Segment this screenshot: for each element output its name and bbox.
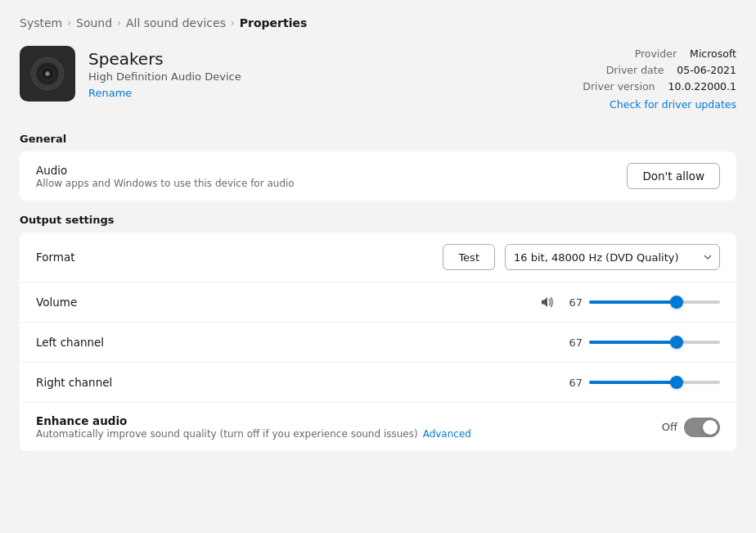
format-select[interactable]: 16 bit, 48000 Hz (DVD Quality) 16 bit, 4… <box>505 244 720 270</box>
left-channel-row-label: Left channel <box>36 336 565 349</box>
breadcrumb-properties: Properties <box>240 16 308 29</box>
rename-link[interactable]: Rename <box>88 87 132 99</box>
enhance-audio-sub-text: Automatically improve sound quality (tur… <box>36 428 418 440</box>
breadcrumb-system[interactable]: System <box>20 16 62 29</box>
volume-row: Volume 67 <box>20 282 736 323</box>
dont-allow-button[interactable]: Don't allow <box>627 163 720 189</box>
enhance-audio-main-label: Enhance audio <box>36 414 662 427</box>
left-channel-slider[interactable] <box>589 334 720 350</box>
breadcrumb-sep-1: › <box>67 17 71 29</box>
format-row-control: Test 16 bit, 48000 Hz (DVD Quality) 16 b… <box>443 244 720 270</box>
format-label: Format <box>36 251 443 264</box>
enhance-toggle-label: Off <box>662 421 677 433</box>
test-button[interactable]: Test <box>443 244 495 270</box>
driver-date-label: Driver date <box>606 62 664 79</box>
breadcrumb-sound[interactable]: Sound <box>76 16 112 29</box>
breadcrumb-all-sound-devices[interactable]: All sound devices <box>126 16 226 29</box>
left-channel-row: Left channel 67 <box>20 323 736 363</box>
device-header: Speakers High Definition Audio Device Re… <box>20 46 736 113</box>
audio-row-control: Don't allow <box>627 163 720 189</box>
toggle-knob <box>703 420 718 435</box>
right-channel-row-label: Right channel <box>36 376 565 389</box>
right-channel-thumb[interactable] <box>670 376 683 389</box>
enhance-audio-row-label: Enhance audio Automatically improve soun… <box>36 414 662 440</box>
left-channel-row-control: 67 <box>565 334 720 350</box>
right-channel-value: 67 <box>565 377 583 389</box>
output-settings-section-title: Output settings <box>20 214 736 226</box>
right-channel-row: Right channel 67 <box>20 363 736 403</box>
left-channel-fill <box>589 341 677 344</box>
left-channel-value: 67 <box>565 337 583 349</box>
breadcrumb-sep-3: › <box>231 17 235 29</box>
left-channel-thumb[interactable] <box>670 336 683 349</box>
right-channel-fill <box>589 381 677 384</box>
driver-version-value: 10.0.22000.1 <box>668 79 737 95</box>
device-info: Speakers High Definition Audio Device Re… <box>88 46 569 99</box>
right-channel-row-control: 67 <box>565 374 720 391</box>
speaker-icon <box>30 56 65 91</box>
right-channel-slider[interactable] <box>589 374 720 391</box>
driver-version-label: Driver version <box>583 79 655 95</box>
enhance-audio-sub: Automatically improve sound quality (tur… <box>36 428 662 440</box>
provider-value: Microsoft <box>690 46 736 62</box>
general-card: Audio Allow apps and Windows to use this… <box>20 151 736 201</box>
volume-row-label: Volume <box>36 296 540 309</box>
device-description: High Definition Audio Device <box>88 70 569 83</box>
enhance-audio-row-control: Off <box>662 418 720 437</box>
volume-value: 67 <box>565 296 583 309</box>
format-row-label: Format <box>36 251 443 264</box>
enhance-audio-toggle[interactable] <box>684 418 720 437</box>
enhance-audio-row: Enhance audio Automatically improve soun… <box>20 403 736 451</box>
driver-date-value: 05-06-2021 <box>677 62 736 79</box>
audio-sub-label: Allow apps and Windows to use this devic… <box>36 178 627 189</box>
volume-icon <box>540 296 556 309</box>
advanced-link[interactable]: Advanced <box>423 428 471 440</box>
right-channel-label: Right channel <box>36 376 565 389</box>
breadcrumb: System › Sound › All sound devices › Pro… <box>20 16 736 29</box>
volume-label: Volume <box>36 296 540 309</box>
svg-point-4 <box>47 73 49 75</box>
provider-label: Provider <box>635 46 677 62</box>
volume-slider[interactable] <box>589 294 720 310</box>
breadcrumb-sep-2: › <box>117 17 121 29</box>
volume-row-control: 67 <box>540 294 720 310</box>
driver-info: Provider Microsoft Driver date 05-06-202… <box>583 46 736 113</box>
audio-main-label: Audio <box>36 164 627 177</box>
output-settings-card: Format Test 16 bit, 48000 Hz (DVD Qualit… <box>20 233 736 451</box>
format-row: Format Test 16 bit, 48000 Hz (DVD Qualit… <box>20 233 736 282</box>
device-name: Speakers <box>88 49 569 69</box>
left-channel-label: Left channel <box>36 336 565 349</box>
audio-row: Audio Allow apps and Windows to use this… <box>20 151 736 201</box>
volume-fill <box>589 300 677 304</box>
general-section-title: General <box>20 133 736 145</box>
check-driver-updates-link[interactable]: Check for driver updates <box>610 98 736 111</box>
device-icon <box>20 46 75 102</box>
volume-thumb[interactable] <box>670 296 683 309</box>
audio-row-label: Audio Allow apps and Windows to use this… <box>36 164 627 189</box>
